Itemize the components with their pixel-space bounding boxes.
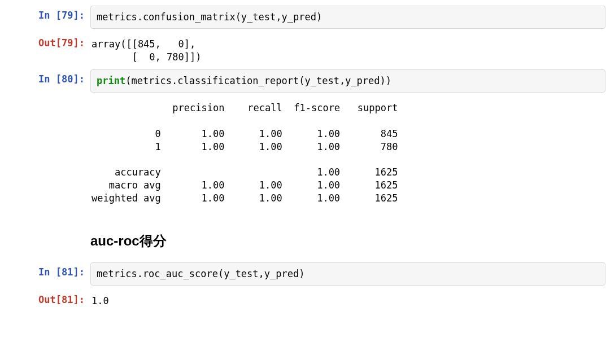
output-prompt-79: Out[79]: [0, 33, 90, 53]
input-prompt-81: In [81]: [0, 262, 90, 282]
stdout-cell-80: precision recall f1-score support 0 1.00… [0, 94, 610, 208]
output-cell-79: Out[79]: array([[845, 0], [ 0, 780]]) [0, 30, 610, 66]
code-text: metrics.roc_auc_score(y_test,y_pred) [97, 268, 304, 279]
markdown-cell: auc-roc得分 [0, 207, 610, 259]
code-cell-81: In [81]: metrics.roc_auc_score(y_test,y_… [0, 259, 610, 287]
output-text-81: 1.0 [90, 290, 605, 309]
code-input-81[interactable]: metrics.roc_auc_score(y_test,y_pred) [90, 262, 605, 286]
empty-prompt [0, 210, 90, 217]
code-input-79[interactable]: metrics.confusion_matrix(y_test,y_pred) [90, 6, 605, 29]
code-cell-79: In [79]: metrics.confusion_matrix(y_test… [0, 2, 610, 30]
empty-prompt [0, 97, 90, 104]
output-prompt-81: Out[81]: [0, 290, 90, 310]
code-text: metrics.confusion_matrix(y_test,y_pred) [97, 11, 322, 23]
jupyter-notebook: In [79]: metrics.confusion_matrix(y_test… [0, 0, 610, 322]
keyword-print: print [97, 75, 125, 86]
stdout-text-80: precision recall f1-score support 0 1.00… [90, 97, 605, 207]
code-input-80[interactable]: print(metrics.classification_report(y_te… [90, 69, 605, 93]
output-text-79: array([[845, 0], [ 0, 780]]) [90, 33, 605, 65]
output-cell-81: Out[81]: 1.0 [0, 287, 610, 311]
code-cell-80: In [80]: print(metrics.classification_re… [0, 66, 610, 94]
code-text: (metrics.classification_report(y_test,y_… [125, 75, 391, 86]
input-prompt-79: In [79]: [0, 6, 90, 25]
markdown-heading-auc-roc: auc-roc得分 [90, 210, 605, 258]
input-prompt-80: In [80]: [0, 69, 90, 89]
